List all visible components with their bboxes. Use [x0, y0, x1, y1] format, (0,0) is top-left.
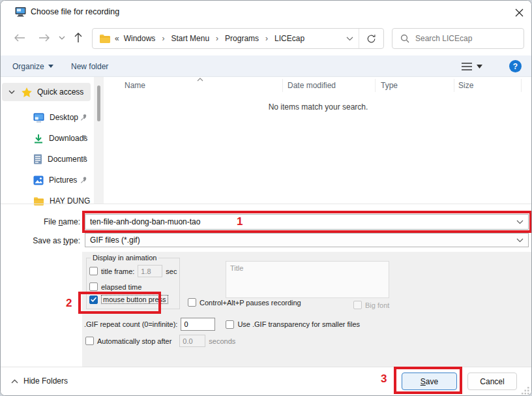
breadcrumb-item-windows[interactable]: Windows [123, 34, 156, 43]
save-as-type-value: GIF files (*.gif) [85, 236, 516, 245]
repeat-count-label: .GIF repeat count (0=infinite): [84, 320, 177, 328]
up-button[interactable] [68, 28, 88, 48]
repeat-count-input[interactable] [181, 318, 215, 331]
forward-button[interactable] [35, 28, 54, 48]
column-header-size[interactable]: Size [458, 81, 473, 90]
back-arrow-icon [13, 33, 26, 42]
sidebar-item-hay-dung[interactable]: HAY DUNG [1, 190, 94, 211]
address-dropdown-button[interactable] [341, 37, 359, 41]
title-frame-label: title frame: [101, 267, 134, 275]
display-in-animation-group: Display in animation title frame: sec el… [86, 254, 180, 309]
save-button[interactable]: Save [402, 373, 457, 390]
big-font-label: Big font [365, 301, 389, 309]
view-mode-button[interactable] [461, 55, 482, 77]
titlebar: Choose file for recording [1, 1, 532, 24]
title-frame-seconds-input[interactable] [138, 265, 162, 277]
documents-icon [33, 154, 42, 164]
auto-stop-label: Automatically stop after [97, 337, 171, 345]
close-icon [515, 8, 524, 17]
file-name-field[interactable] [85, 214, 529, 230]
save-as-type-dropdown[interactable]: GIF files (*.gif) [85, 233, 529, 247]
annotation-step-2: 2 [66, 297, 72, 310]
navigation-bar: « Windows › Start Menu › Programs › LICE… [1, 24, 532, 55]
sidebar: Quick access Desktop Downloads Documents… [1, 77, 94, 204]
desktop-icon [33, 113, 44, 123]
column-divider [521, 79, 522, 92]
checkmark-icon [90, 296, 97, 303]
hide-folders-button[interactable]: Hide Folders [11, 376, 68, 386]
organize-button[interactable]: Organize [12, 55, 53, 77]
auto-stop-seconds-input[interactable] [179, 335, 205, 347]
sidebar-item-downloads[interactable]: Downloads [1, 128, 94, 149]
search-input[interactable] [415, 34, 524, 43]
new-folder-label: New folder [71, 62, 108, 71]
folder-icon [99, 34, 111, 43]
downloads-icon [33, 134, 44, 144]
breadcrumb-item-licecap[interactable]: LICEcap [274, 34, 305, 43]
pane-divider [1, 204, 532, 204]
sidebar-item-desktop[interactable]: Desktop [1, 107, 94, 128]
title-textarea[interactable] [226, 261, 389, 298]
empty-list-message: No items match your search. [104, 102, 532, 112]
sidebar-item-quick-access[interactable]: Quick access [2, 83, 91, 101]
cancel-button[interactable]: Cancel [467, 373, 517, 390]
sidebar-item-documents[interactable]: Documents [1, 149, 94, 170]
address-bar[interactable]: « Windows › Start Menu › Programs › LICE… [92, 28, 384, 49]
checkbox-mouse-button-press[interactable] [89, 296, 98, 304]
chevron-down-icon [516, 220, 524, 224]
refresh-icon [366, 34, 376, 44]
auto-stop-unit: seconds [209, 337, 235, 345]
sort-ascending-icon [197, 78, 203, 82]
elapsed-time-label: elapsed time [101, 283, 141, 291]
file-name-input[interactable] [85, 217, 516, 226]
recent-locations-button[interactable] [55, 28, 68, 48]
breadcrumb-item-start-menu[interactable]: Start Menu [170, 34, 210, 43]
refresh-button[interactable] [359, 29, 383, 48]
hide-folders-label: Hide Folders [23, 376, 68, 386]
column-header-name[interactable]: Name [125, 81, 145, 90]
breadcrumb: « Windows › Start Menu › Programs › LICE… [93, 34, 341, 43]
chevron-down-icon [346, 37, 353, 41]
sidebar-scrollbar[interactable] [94, 77, 104, 204]
checkbox-auto-stop[interactable] [85, 337, 94, 345]
checkbox-pause-recording[interactable] [188, 298, 196, 307]
sidebar-item-pictures[interactable]: Pictures [1, 170, 94, 190]
app-icon [15, 7, 26, 17]
licecap-options-panel: Display in animation title frame: sec el… [82, 252, 532, 367]
chevron-down-icon [59, 36, 65, 40]
breadcrumb-item-programs[interactable]: Programs [224, 34, 259, 43]
scrollbar-thumb[interactable] [97, 85, 100, 121]
column-divider [282, 79, 283, 92]
new-folder-button[interactable]: New folder [71, 55, 108, 77]
sidebar-item-label: Quick access [37, 87, 83, 97]
close-button[interactable] [508, 3, 530, 22]
footer-bar: Hide Folders Save Cancel [1, 367, 532, 396]
command-bar: Organize New folder ? [1, 55, 532, 77]
file-list: Name Date modified Type Size No items ma… [104, 77, 532, 204]
save-dialog-window: Choose file for recording « Windows › St… [0, 0, 532, 396]
checkbox-gif-transparency[interactable] [226, 320, 234, 329]
window-title: Choose file for recording [31, 7, 119, 16]
search-box[interactable] [392, 28, 524, 49]
checkbox-title-frame[interactable] [89, 267, 98, 275]
quick-access-star-icon [22, 87, 32, 97]
save-as-type-label: Save as type: [1, 236, 80, 245]
breadcrumb-separator: › [214, 34, 220, 43]
column-header-date-modified[interactable]: Date modified [288, 81, 336, 90]
chevron-down-icon [516, 238, 524, 243]
checkbox-big-font [353, 301, 362, 309]
forward-arrow-icon [38, 33, 51, 42]
checkbox-elapsed-time[interactable] [89, 282, 98, 291]
breadcrumb-separator: › [160, 34, 166, 43]
breadcrumb-overflow[interactable]: « [115, 34, 119, 43]
pin-icon [80, 114, 87, 121]
file-name-label: File name: [1, 217, 80, 226]
resize-grip[interactable] [522, 386, 530, 395]
dropdown-caret-icon [48, 65, 53, 68]
back-button[interactable] [10, 28, 29, 48]
column-header-type[interactable]: Type [381, 81, 398, 90]
cancel-label: Cancel [480, 377, 504, 386]
organize-label: Organize [12, 62, 44, 71]
group-label: Display in animation [91, 254, 158, 262]
help-button[interactable]: ? [509, 60, 522, 72]
